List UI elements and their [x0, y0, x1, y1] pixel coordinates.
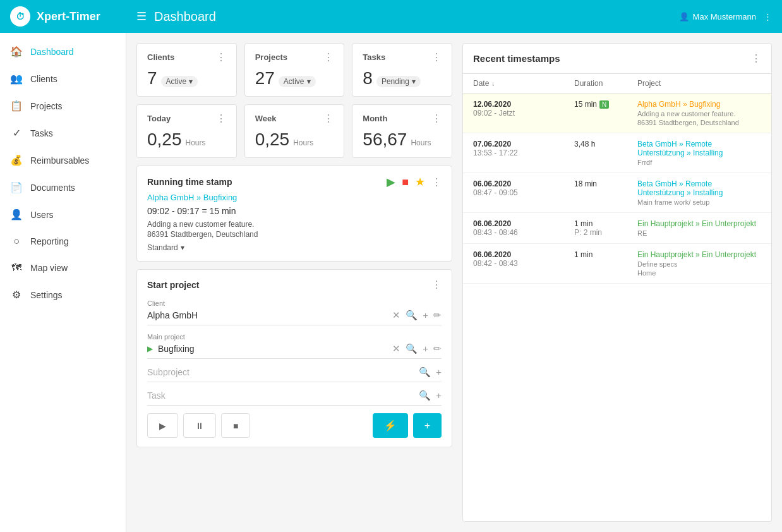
running-stop-button[interactable]: ■: [402, 176, 409, 189]
timestamps-title: Recent timestamps: [473, 53, 560, 64]
timestamps-more[interactable]: ⋮: [751, 52, 761, 64]
timestamp-rows: 12.06.2020 09:02 - Jetzt 15 minN Alpha G…: [463, 94, 771, 284]
week-number: 0,25: [255, 130, 290, 150]
projects-more[interactable]: ⋮: [323, 51, 334, 63]
stats-row-1: Clients ⋮ 7 Active ▾ Projects ⋮: [136, 43, 452, 97]
tasks-dropdown-icon: ▾: [412, 77, 416, 86]
sidebar-item-reporting[interactable]: ○ Reporting: [0, 228, 126, 255]
running-more-button[interactable]: ⋮: [431, 176, 442, 188]
client-add-icon[interactable]: +: [423, 310, 428, 321]
sidebar-item-map-view[interactable]: 🗺 Map view: [0, 255, 126, 281]
main-project-add-icon[interactable]: +: [423, 343, 428, 354]
timestamp-date-0: 12.06.2020 09:02 - Jetzt: [473, 100, 574, 126]
client-edit-icon[interactable]: ✏: [433, 310, 442, 321]
sidebar-item-reimbursables[interactable]: 💰 Reimbursables: [0, 147, 126, 174]
tasks-number: 8: [363, 68, 373, 88]
running-play-button[interactable]: ▶: [387, 175, 395, 189]
client-field-group: Client Alpha GmbH ✕ 🔍 + ✏: [147, 299, 442, 325]
sidebar-item-dashboard[interactable]: 🏠 Dashboard: [0, 38, 126, 65]
client-search-icon[interactable]: 🔍: [406, 310, 418, 321]
sidebar-label-projects: Projects: [30, 101, 63, 111]
running-stamp-project[interactable]: Alpha GmbH » Bugfixing: [147, 193, 442, 202]
billing-dropdown-icon: ▾: [181, 243, 184, 252]
main-project-edit-icon[interactable]: ✏: [433, 343, 442, 354]
sidebar-label-users: Users: [30, 210, 54, 220]
pause-button[interactable]: ⏸: [183, 413, 216, 438]
start-project-card: Start project ⋮ Client Alpha GmbH ✕ 🔍 + …: [136, 269, 452, 447]
running-stamp-card: Running time stamp ▶ ■ ★ ⋮ Alpha GmbH » …: [136, 166, 452, 262]
header-right: 👤 Max Mustermann ⋮: [679, 12, 772, 21]
main-project-icons: ✕ 🔍 + ✏: [392, 343, 442, 354]
sidebar-item-documents[interactable]: 📄 Documents: [0, 174, 126, 201]
header-more-icon[interactable]: ⋮: [764, 12, 772, 21]
timestamp-project-2: Beta GmbH » Remote Unterstützung » Insta…: [637, 179, 761, 206]
today-more[interactable]: ⋮: [216, 112, 226, 124]
logo: ⏱ Xpert-Timer: [10, 6, 136, 27]
clients-number: 7: [147, 68, 157, 88]
month-more[interactable]: ⋮: [431, 112, 442, 124]
client-field-icons: ✕ 🔍 + ✏: [392, 310, 442, 321]
today-unit: Hours: [186, 138, 206, 147]
content-area: Clients ⋮ 7 Active ▾ Projects ⋮: [126, 33, 782, 532]
projects-dropdown-icon: ▾: [307, 77, 311, 86]
clients-icon: 👥: [10, 73, 23, 85]
logo-icon: ⏱: [10, 6, 30, 27]
sidebar-item-settings[interactable]: ⚙ Settings: [0, 281, 126, 308]
running-stamp-title: Running time stamp: [147, 177, 232, 187]
clients-title: Clients: [147, 52, 174, 62]
project-play-indicator: ▶: [147, 344, 153, 353]
week-unit: Hours: [293, 138, 313, 147]
subproject-search-icon[interactable]: 🔍: [419, 366, 431, 378]
date-sort-icon: ↓: [491, 80, 495, 87]
add-button[interactable]: +: [413, 413, 442, 438]
tasks-title: Tasks: [363, 52, 385, 62]
lightning-button[interactable]: ⚡: [373, 413, 408, 438]
running-star-button[interactable]: ★: [415, 175, 425, 189]
main-project-clear-icon[interactable]: ✕: [392, 343, 400, 354]
tasks-badge[interactable]: Pending ▾: [376, 76, 421, 87]
projects-badge[interactable]: Active ▾: [279, 76, 316, 87]
start-project-more[interactable]: ⋮: [431, 279, 442, 291]
stat-card-month: Month ⋮ 56,67 Hours: [352, 104, 452, 158]
col-date[interactable]: Date ↓: [473, 79, 574, 88]
main-project-search-icon[interactable]: 🔍: [406, 343, 418, 354]
timestamp-row: 07.06.2020 13:53 - 17:22 3,48 h Beta Gmb…: [463, 133, 771, 173]
sidebar-item-projects[interactable]: 📋 Projects: [0, 92, 126, 119]
settings-icon: ⚙: [10, 289, 23, 301]
task-add-icon[interactable]: +: [436, 390, 442, 401]
stat-card-week: Week ⋮ 0,25 Hours: [244, 104, 345, 158]
clients-more[interactable]: ⋮: [216, 51, 226, 63]
page-title: Dashboard: [154, 9, 216, 24]
user-info[interactable]: 👤 Max Mustermann: [679, 12, 756, 21]
map-icon: 🗺: [10, 262, 23, 274]
task-placeholder[interactable]: Task: [147, 390, 419, 401]
timestamp-project-4: Ein Hauptprojekt » Ein Unterprojekt Defi…: [637, 250, 761, 277]
tasks-more[interactable]: ⋮: [431, 51, 442, 63]
billing-badge[interactable]: Standard ▾: [147, 243, 184, 252]
start-project-title: Start project: [147, 280, 199, 290]
sidebar-label-dashboard: Dashboard: [30, 47, 74, 57]
tasks-icon: ✓: [10, 127, 23, 139]
client-clear-icon[interactable]: ✕: [392, 310, 400, 321]
timestamp-project-3: Ein Hauptprojekt » Ein Unterprojekt RE: [637, 219, 761, 237]
btn-group-left: ▶ ⏸ ■: [147, 413, 250, 438]
timestamp-date-2: 06.06.2020 08:47 - 09:05: [473, 179, 574, 206]
client-value: Alpha GmbH: [147, 310, 392, 320]
sidebar-label-reporting: Reporting: [30, 236, 69, 246]
clients-badge[interactable]: Active ▾: [161, 76, 198, 87]
subproject-placeholder[interactable]: Subproject: [147, 367, 419, 377]
sidebar-label-tasks: Tasks: [30, 128, 53, 138]
sidebar-item-users[interactable]: 👤 Users: [0, 201, 126, 228]
sidebar-item-clients[interactable]: 👥 Clients: [0, 65, 126, 92]
week-more[interactable]: ⋮: [323, 112, 334, 124]
week-title: Week: [255, 114, 277, 123]
task-search-icon[interactable]: 🔍: [419, 390, 431, 401]
running-stamp-time: 09:02 - 09:17 = 15 min: [147, 206, 442, 216]
sidebar-item-tasks[interactable]: ✓ Tasks: [0, 119, 126, 147]
subproject-add-icon[interactable]: +: [436, 366, 442, 378]
menu-icon[interactable]: ☰: [136, 9, 147, 23]
timestamp-row: 06.06.2020 08:47 - 09:05 18 min Beta Gmb…: [463, 173, 771, 213]
client-label: Client: [147, 299, 442, 307]
play-button[interactable]: ▶: [147, 413, 178, 438]
stop-button[interactable]: ■: [221, 413, 250, 438]
